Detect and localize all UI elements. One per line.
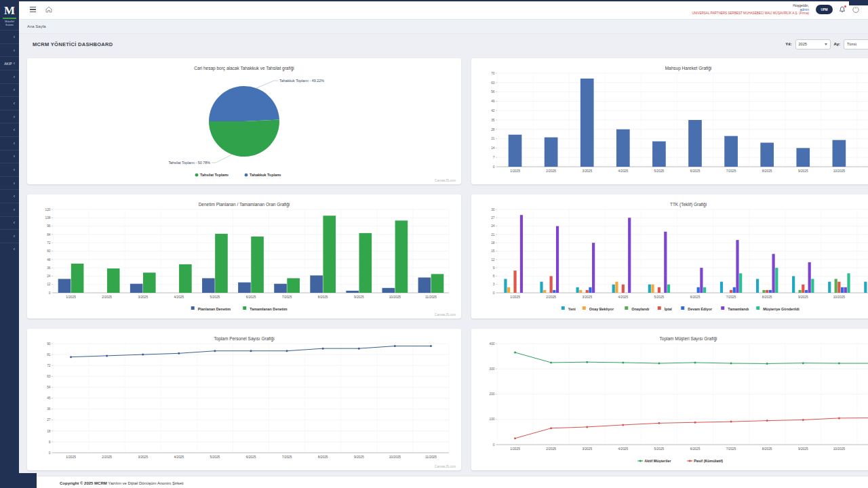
sidebar-item[interactable]: ‹ <box>0 216 19 230</box>
svg-text:3/2025: 3/2025 <box>582 447 592 451</box>
app-logo: M Mükellef Sistemi <box>0 0 19 30</box>
filters: Yıl: 2025 Ay: Tümü <box>785 39 868 49</box>
svg-text:9: 9 <box>49 441 51 444</box>
svg-text:6: 6 <box>493 274 495 278</box>
sidebar-item[interactable]: ‹ <box>0 96 19 110</box>
sidebar-item[interactable]: ‹ <box>0 203 19 216</box>
svg-text:10/2025: 10/2025 <box>833 169 846 173</box>
sidebar-item[interactable]: ‹ <box>0 163 19 176</box>
logout-icon[interactable] <box>851 5 861 14</box>
chevron-left-icon: ‹ <box>14 35 15 39</box>
chevron-left-icon: ‹ <box>14 207 15 212</box>
breadcrumb-home-link[interactable]: Ana Sayfa <box>27 24 46 28</box>
svg-text:15: 15 <box>491 249 495 253</box>
home-icon[interactable] <box>43 4 54 15</box>
svg-text:10/2025: 10/2025 <box>833 447 846 451</box>
logo-subtext-2: Sistemi <box>0 24 19 27</box>
svg-text:1/2025: 1/2025 <box>66 296 76 299</box>
chevron-left-icon: ‹ <box>14 101 15 106</box>
card-cari-pie-chart: CanvasJS.com Cari hesap borç alacak Taha… <box>27 58 461 184</box>
svg-text:9/2025: 9/2025 <box>798 447 808 451</box>
chevron-left-icon: ‹ <box>14 220 15 225</box>
chart-canvas-mahsup: Mahsup Hareket Grafiği071421283542495663… <box>479 62 868 180</box>
svg-text:4/2025: 4/2025 <box>618 169 628 173</box>
chart-canvas-musteri: Toplam Müşteri Sayısı Grafiği01002003004… <box>479 333 868 466</box>
sidebar-item[interactable]: ‹ <box>0 83 19 97</box>
svg-text:Tahakkuk Toplamı - 49.22%: Tahakkuk Toplamı - 49.22% <box>279 79 324 83</box>
sidebar-item-label: AKIP <box>4 62 12 66</box>
svg-text:Tamamlanan Denetim: Tamamlanan Denetim <box>250 307 288 311</box>
svg-text:1/2025: 1/2025 <box>510 169 520 173</box>
svg-text:2/2025: 2/2025 <box>546 447 556 451</box>
canvasjs-watermark[interactable]: CanvasJS.com <box>435 465 456 468</box>
svg-text:28: 28 <box>491 128 495 131</box>
svg-text:Tahsilat Toplamı: Tahsilat Toplamı <box>200 173 229 177</box>
svg-text:4/2025: 4/2025 <box>174 296 184 299</box>
sidebar-item[interactable]: ‹ <box>0 123 19 136</box>
svg-text:8/2025: 8/2025 <box>762 296 772 299</box>
svg-text:Tahakkuk Toplamı: Tahakkuk Toplamı <box>250 173 281 177</box>
top-right-corner-patch <box>849 0 868 5</box>
sidebar-item[interactable]: ‹ <box>0 229 19 243</box>
svg-text:5/2025: 5/2025 <box>654 169 665 173</box>
notifications-bell-icon[interactable] <box>837 5 847 14</box>
company-logo-chip[interactable]: UPM <box>816 5 833 14</box>
svg-text:30: 30 <box>491 208 495 211</box>
svg-text:Yeni: Yeni <box>568 307 576 311</box>
svg-text:14: 14 <box>491 146 495 150</box>
svg-text:108: 108 <box>45 216 50 220</box>
svg-text:3/2025: 3/2025 <box>582 169 592 173</box>
hamburger-menu-icon[interactable] <box>27 4 38 15</box>
svg-text:8/2025: 8/2025 <box>318 455 328 459</box>
canvasjs-watermark[interactable]: CanvasJS.com <box>435 313 456 317</box>
svg-text:4/2025: 4/2025 <box>618 447 628 451</box>
sidebar-item[interactable]: ‹ <box>0 189 19 203</box>
sidebar-item[interactable]: ‹ <box>0 70 19 83</box>
sidebar-item[interactable]: ‹ <box>0 136 19 150</box>
svg-text:96: 96 <box>47 224 51 228</box>
notification-badge-dot <box>844 5 846 7</box>
sidebar-item[interactable]: ‹ <box>0 43 19 57</box>
sidebar-item[interactable]: ‹ <box>0 150 19 163</box>
sidebar: M Mükellef Sistemi ‹‹AKIP‹‹‹‹‹‹‹‹‹‹‹‹‹‹‹ <box>0 0 19 488</box>
svg-text:120: 120 <box>45 208 50 211</box>
svg-text:21: 21 <box>491 137 495 140</box>
sidebar-item[interactable]: ‹ <box>0 243 19 256</box>
svg-text:3/2025: 3/2025 <box>138 296 148 299</box>
svg-text:200: 200 <box>489 392 494 396</box>
chevron-left-icon: ‹ <box>14 181 15 186</box>
sidebar-item[interactable]: ‹ <box>0 110 19 123</box>
logo-letter: M <box>0 5 19 16</box>
svg-text:1/2025: 1/2025 <box>510 447 520 451</box>
sidebar-item[interactable]: AKIP‹ <box>0 56 19 70</box>
sidebar-item[interactable]: ‹ <box>0 176 19 190</box>
month-select[interactable]: Tümü <box>844 39 868 49</box>
chevron-left-icon: ‹ <box>14 194 15 199</box>
footer-copyright-rest: Yazılım ve Dijital Dönüşüm Anonim Şirket… <box>107 481 184 485</box>
svg-text:2/2025: 2/2025 <box>546 296 556 299</box>
window-top-strip <box>0 0 868 1</box>
sidebar-item[interactable]: ‹ <box>0 30 19 43</box>
canvasjs-watermark[interactable]: CanvasJS.com <box>435 179 456 182</box>
svg-text:12: 12 <box>491 258 495 262</box>
title-bar: MCRM YÖNETİCİ DASHBOARD Yıl: 2025 Ay: Tü… <box>19 34 868 54</box>
svg-text:36: 36 <box>47 266 51 270</box>
svg-text:84: 84 <box>47 233 51 237</box>
year-select[interactable]: 2025 <box>795 39 831 49</box>
svg-text:4/2025: 4/2025 <box>618 296 628 299</box>
svg-text:45: 45 <box>47 396 51 400</box>
svg-text:1/2025: 1/2025 <box>66 455 76 459</box>
svg-text:90: 90 <box>47 342 51 346</box>
svg-text:6/2025: 6/2025 <box>690 296 701 299</box>
svg-text:Müşteriye Gönderildi: Müşteriye Gönderildi <box>763 307 800 311</box>
card-mahsup-bar-chart: CanvasJS.com Mahsup Hareket Grafiği07142… <box>471 58 868 184</box>
svg-text:10/2025: 10/2025 <box>833 296 846 299</box>
svg-text:7: 7 <box>493 156 495 159</box>
svg-text:5/2025: 5/2025 <box>210 296 220 299</box>
svg-text:Pasif (Kümülatif): Pasif (Kümülatif) <box>694 459 723 463</box>
svg-text:6/2025: 6/2025 <box>690 447 701 451</box>
svg-text:1/2025: 1/2025 <box>510 296 520 299</box>
svg-text:54: 54 <box>47 386 51 389</box>
svg-text:0: 0 <box>493 165 495 169</box>
chevron-left-icon: ‹ <box>14 87 15 92</box>
